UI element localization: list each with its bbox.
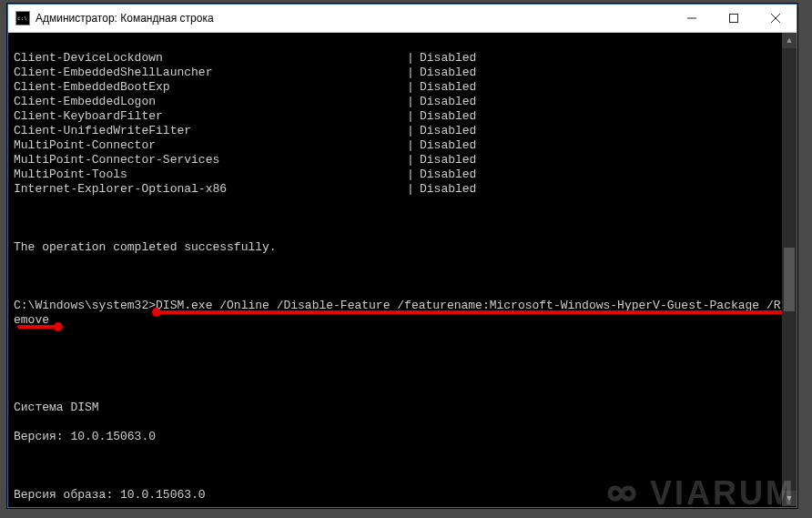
titlebar[interactable]: Администратор: Командная строка [8,5,797,33]
svg-rect-0 [730,15,738,23]
scroll-track[interactable] [782,48,797,491]
feature-row: MultiPoint-Connector-Services| Disabled [14,153,791,168]
feature-name: Client-EmbeddedLogon [14,95,407,109]
feature-separator: | [407,124,420,138]
highlight-underline-icon [17,325,59,329]
feature-status: Disabled [420,182,476,197]
vertical-scrollbar[interactable]: ▲ ▼ [782,33,797,506]
feature-separator: | [407,51,420,66]
scroll-up-button[interactable]: ▲ [782,33,797,48]
feature-separator: | [407,109,420,124]
feature-row: Client-EmbeddedShellLauncher| Disabled [14,66,791,80]
feature-name: Client-DeviceLockdown [14,51,407,66]
feature-name: Client-EmbeddedBootExp [14,80,407,95]
feature-row: Client-KeyboardFilter| Disabled [14,109,791,124]
feature-name: Internet-Explorer-Optional-x86 [14,182,407,197]
scroll-down-button[interactable]: ▼ [782,491,797,506]
window-controls [671,5,797,32]
feature-separator: | [407,80,420,95]
feature-row: MultiPoint-Connector| Disabled [14,138,791,153]
feature-row: Client-UnifiedWriteFilter| Disabled [14,124,791,138]
dism-system-label: Система DISM [14,401,791,415]
feature-status: Disabled [420,138,476,153]
feature-status: Disabled [420,109,476,124]
feature-status: Disabled [420,124,476,138]
feature-status: Disabled [420,153,476,168]
feature-status: Disabled [420,95,476,109]
scroll-thumb[interactable] [784,248,795,311]
feature-name: MultiPoint-Tools [14,168,407,182]
dism-version: Версия: 10.0.15063.0 [14,430,791,444]
feature-status: Disabled [420,168,476,182]
cmd-icon [15,11,30,25]
feature-separator: | [407,95,420,109]
dism-image-version: Версия образа: 10.0.15063.0 [14,488,791,503]
operation-complete-msg: The operation completed successfully. [14,240,791,255]
prompt: C:\Windows\system32> [14,299,156,312]
maximize-button[interactable] [713,5,755,32]
feature-status: Disabled [420,51,476,66]
cmd-window: Администратор: Командная строка Client-D… [7,4,797,508]
feature-separator: | [407,168,420,182]
feature-separator: | [407,182,420,197]
feature-name: MultiPoint-Connector-Services [14,153,407,168]
minimize-button[interactable] [671,5,713,32]
feature-row: MultiPoint-Tools| Disabled [14,168,791,182]
feature-name: Client-KeyboardFilter [14,109,407,124]
feature-row: Client-DeviceLockdown| Disabled [14,51,791,66]
feature-list: Client-DeviceLockdown| DisabledClient-Em… [14,51,791,197]
feature-status: Disabled [420,66,476,80]
feature-name: Client-UnifiedWriteFilter [14,124,407,138]
feature-row: Client-EmbeddedLogon| Disabled [14,95,791,109]
console-output[interactable]: Client-DeviceLockdown| DisabledClient-Em… [8,33,797,507]
highlight-underline-icon [156,310,789,314]
command-line: C:\Windows\system32>DISM.exe /Online /Di… [14,299,791,357]
feature-row: Client-EmbeddedBootExp| Disabled [14,80,791,95]
feature-separator: | [407,138,420,153]
feature-name: Client-EmbeddedShellLauncher [14,66,407,80]
feature-separator: | [407,153,420,168]
feature-row: Internet-Explorer-Optional-x86| Disabled [14,182,791,197]
window-title: Администратор: Командная строка [36,12,671,25]
feature-status: Disabled [420,80,476,95]
feature-separator: | [407,66,420,80]
close-button[interactable] [755,5,797,32]
feature-name: MultiPoint-Connector [14,138,407,153]
